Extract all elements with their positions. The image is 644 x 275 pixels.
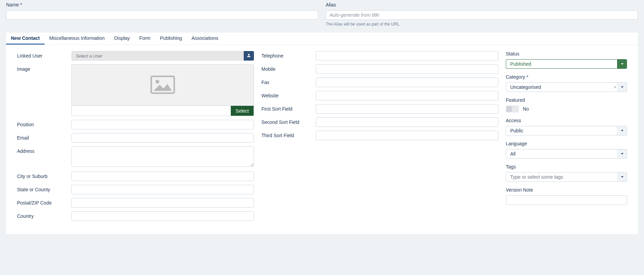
language-select[interactable]: All [506, 149, 627, 159]
featured-label: Featured [506, 97, 627, 103]
column-comm-details: Telephone Mobile Fax Website First Sort … [261, 51, 498, 225]
country-input[interactable] [71, 211, 254, 221]
chevron-down-icon [617, 60, 627, 68]
tabs: New Contact Miscellaneous Information Di… [6, 33, 638, 45]
status-value: Published [510, 61, 531, 67]
image-path-input[interactable] [72, 106, 231, 116]
name-input[interactable] [6, 10, 318, 20]
column-sidebar: Status Published Category * Uncategorise… [506, 51, 627, 225]
tags-placeholder: Type or select some tags [510, 174, 563, 180]
first-sort-input[interactable] [316, 104, 498, 114]
website-label: Website [261, 91, 316, 98]
first-sort-label: First Sort Field [261, 104, 316, 112]
access-select[interactable]: Public [506, 126, 627, 135]
version-note-label: Version Note [506, 187, 627, 193]
category-label: Category * [506, 74, 627, 80]
city-label: City or Suburb [17, 172, 71, 179]
position-label: Position [17, 120, 71, 127]
email-label: Email [17, 133, 71, 141]
telephone-input[interactable] [316, 51, 498, 61]
linked-user-label: Linked User [17, 51, 71, 59]
website-input[interactable] [316, 91, 498, 100]
second-sort-input[interactable] [316, 117, 498, 127]
image-placeholder-icon [150, 75, 175, 95]
country-label: Country [17, 211, 71, 219]
tab-form[interactable]: Form [134, 33, 155, 45]
status-select[interactable]: Published [506, 59, 627, 69]
state-label: State or County [17, 185, 71, 192]
tags-label: Tags [506, 164, 627, 169]
city-input[interactable] [71, 172, 254, 181]
fax-input[interactable] [316, 78, 498, 87]
postal-input[interactable] [71, 198, 254, 208]
tab-publishing[interactable]: Publishing [155, 33, 187, 45]
category-select[interactable]: Uncategorised × [506, 82, 627, 92]
position-input[interactable] [71, 120, 254, 129]
person-icon [246, 53, 251, 59]
address-label: Address [17, 146, 71, 154]
tags-select[interactable]: Type or select some tags [506, 172, 627, 182]
second-sort-label: Second Sort Field [261, 117, 316, 125]
linked-user-input[interactable]: Select a User [71, 51, 244, 61]
tab-new-contact[interactable]: New Contact [6, 33, 45, 45]
third-sort-label: Third Sort Field [261, 131, 316, 138]
chevron-down-icon [617, 173, 627, 181]
featured-value: No [523, 106, 529, 112]
language-label: Language [506, 141, 627, 146]
image-field: Select [71, 64, 254, 116]
column-contact-details: Linked User Select a User Image [17, 51, 254, 225]
alias-input[interactable] [326, 10, 638, 20]
status-label: Status [506, 51, 627, 56]
mobile-input[interactable] [316, 64, 498, 74]
fax-label: Fax [261, 78, 316, 85]
access-value: Public [510, 128, 523, 133]
image-preview [72, 65, 254, 106]
image-select-button[interactable]: Select [231, 106, 254, 116]
access-label: Access [506, 118, 627, 123]
tab-associations[interactable]: Associations [187, 33, 223, 45]
category-value: Uncategorised [510, 84, 541, 90]
mobile-label: Mobile [261, 64, 316, 72]
svg-point-1 [156, 80, 159, 83]
address-input[interactable] [71, 146, 254, 167]
name-label: Name * [6, 2, 318, 7]
tab-display[interactable]: Display [109, 33, 134, 45]
chevron-down-icon [617, 126, 627, 135]
telephone-label: Telephone [261, 51, 316, 59]
linked-user-field: Select a User [71, 51, 254, 61]
alias-hint: The Alias will be used as part of the UR… [326, 22, 638, 27]
linked-user-select-button[interactable] [244, 51, 254, 61]
chevron-down-icon [617, 83, 627, 92]
version-note-input[interactable] [506, 195, 627, 205]
language-value: All [510, 151, 516, 157]
postal-label: Postal/ZIP Code [17, 198, 71, 206]
tab-misc-info[interactable]: Miscellaneous Information [45, 33, 110, 45]
image-label: Image [17, 64, 71, 72]
featured-toggle[interactable] [506, 106, 519, 112]
third-sort-input[interactable] [316, 131, 498, 140]
content-panel: New Contact Miscellaneous Information Di… [6, 33, 638, 234]
category-clear-icon[interactable]: × [614, 85, 616, 90]
chevron-down-icon [617, 149, 627, 158]
title-area: Name * Alias The Alias will be used as p… [0, 0, 644, 33]
email-input[interactable] [71, 133, 254, 143]
state-input[interactable] [71, 185, 254, 194]
alias-label: Alias [326, 2, 638, 7]
